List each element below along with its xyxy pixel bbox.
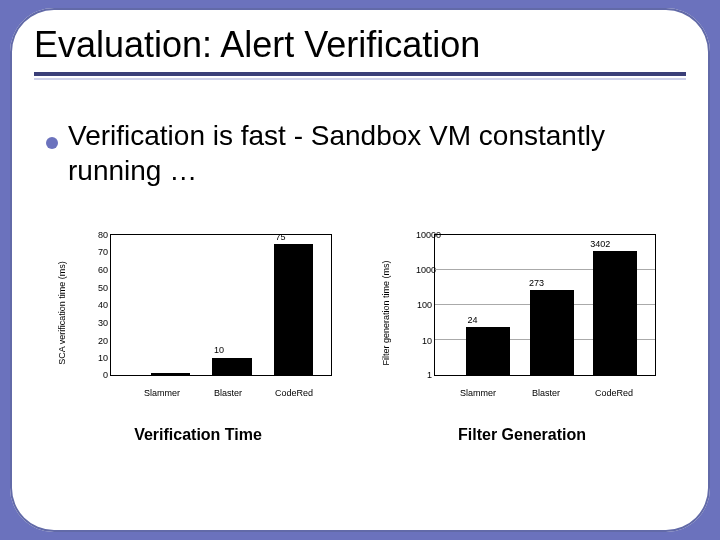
bar-label: 3402 (580, 239, 620, 249)
ytick: 10 (416, 336, 432, 346)
chart-right-caption: Filter Generation (382, 426, 662, 444)
ytick: 0 (92, 370, 108, 380)
chart-left-plot: 10 75 (110, 234, 332, 376)
chart-left-frame: SCA verification time (ms) 80 70 60 50 4… (74, 228, 338, 398)
bar-label: 273 (516, 278, 556, 288)
slide: Evaluation: Alert Verification Verificat… (0, 0, 720, 540)
ytick: 40 (92, 300, 108, 310)
ytick: 1000 (416, 265, 432, 275)
ytick: 60 (92, 265, 108, 275)
chart-left: SCA verification time (ms) 80 70 60 50 4… (58, 228, 338, 444)
ytick: 80 (92, 230, 108, 240)
title-rule-primary (34, 72, 686, 76)
chart-right-frame: Filter generation time (ms) 10000 1000 1… (398, 228, 662, 398)
xtick: CodeRed (584, 388, 644, 398)
xtick: Blaster (198, 388, 258, 398)
ytick: 1 (416, 370, 432, 380)
chart-right-plot: 24 273 3402 (434, 234, 656, 376)
ytick: 100 (416, 300, 432, 310)
ytick: 70 (92, 247, 108, 257)
slide-card: Evaluation: Alert Verification Verificat… (10, 8, 710, 532)
xtick: Slammer (448, 388, 508, 398)
bar-codered (274, 244, 314, 375)
ytick: 10 (92, 353, 108, 363)
ytick: 30 (92, 318, 108, 328)
xtick: Slammer (132, 388, 192, 398)
xtick: Blaster (516, 388, 576, 398)
title-area: Evaluation: Alert Verification (10, 24, 710, 80)
bar-label: 24 (453, 315, 493, 325)
bar-codered (593, 251, 637, 375)
ytick: 20 (92, 336, 108, 346)
bullet-text: Verification is fast - Sandbox VM consta… (68, 118, 682, 188)
slide-title: Evaluation: Alert Verification (34, 24, 686, 66)
chart-right-ylabel: Filter generation time (ms) (381, 260, 391, 365)
bar-blaster (530, 290, 574, 375)
bar-blaster (212, 358, 252, 376)
chart-left-ylabel: SCA verification time (ms) (57, 261, 67, 365)
bar-slammer (466, 327, 510, 375)
bar-label: 10 (199, 345, 239, 355)
xtick: CodeRed (264, 388, 324, 398)
slide-body: Verification is fast - Sandbox VM consta… (38, 108, 682, 512)
ytick: 10000 (416, 230, 432, 240)
bullet-icon (46, 137, 58, 149)
chart-left-caption: Verification Time (58, 426, 338, 444)
charts-row: SCA verification time (ms) 80 70 60 50 4… (38, 228, 682, 444)
bar-slammer (151, 373, 191, 375)
ytick: 50 (92, 283, 108, 293)
title-rule-secondary (34, 78, 686, 80)
chart-right: Filter generation time (ms) 10000 1000 1… (382, 228, 662, 444)
bullet-row: Verification is fast - Sandbox VM consta… (46, 118, 682, 188)
bar-label: 75 (261, 232, 301, 242)
